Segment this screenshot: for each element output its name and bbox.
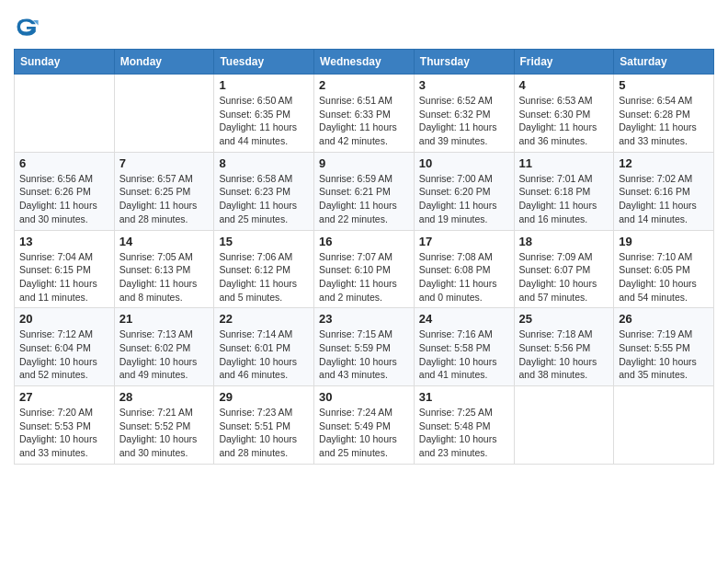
- day-info: Sunrise: 7:21 AMSunset: 5:52 PMDaylight:…: [119, 406, 210, 460]
- day-info: Sunrise: 7:12 AMSunset: 6:04 PMDaylight:…: [19, 327, 109, 382]
- calendar-cell: 13Sunrise: 7:04 AMSunset: 6:15 PMDayligh…: [15, 230, 115, 308]
- calendar-cell: 3Sunrise: 6:52 AMSunset: 6:32 PMDaylight…: [414, 75, 514, 153]
- day-info: Sunrise: 7:18 AMSunset: 5:56 PMDaylight:…: [519, 327, 609, 382]
- day-number: 24: [419, 312, 509, 326]
- day-info: Sunrise: 7:14 AMSunset: 6:01 PMDaylight:…: [219, 327, 309, 382]
- day-number: 2: [319, 78, 409, 92]
- day-number: 5: [619, 78, 709, 92]
- calendar-cell: 6Sunrise: 6:56 AMSunset: 6:26 PMDaylight…: [15, 152, 115, 230]
- calendar-cell: 22Sunrise: 7:14 AMSunset: 6:01 PMDayligh…: [214, 308, 314, 386]
- day-info: Sunrise: 6:57 AMSunset: 6:25 PMDaylight:…: [119, 172, 210, 226]
- day-info: Sunrise: 7:24 AMSunset: 5:49 PMDaylight:…: [319, 406, 409, 460]
- day-number: 27: [19, 390, 109, 404]
- calendar-week-row: 1Sunrise: 6:50 AMSunset: 6:35 PMDaylight…: [15, 75, 714, 153]
- day-info: Sunrise: 6:53 AMSunset: 6:30 PMDaylight:…: [519, 94, 609, 148]
- calendar-cell: 28Sunrise: 7:21 AMSunset: 5:52 PMDayligh…: [114, 386, 214, 465]
- page-header: [14, 14, 714, 40]
- calendar-cell: 23Sunrise: 7:15 AMSunset: 5:59 PMDayligh…: [314, 308, 415, 386]
- day-number: 12: [619, 156, 709, 170]
- day-number: 21: [119, 312, 210, 326]
- day-info: Sunrise: 7:04 AMSunset: 6:15 PMDaylight:…: [19, 250, 109, 304]
- calendar-cell: 18Sunrise: 7:09 AMSunset: 6:07 PMDayligh…: [514, 230, 614, 308]
- calendar-day-header: Wednesday: [314, 50, 415, 75]
- calendar-day-header: Sunday: [15, 50, 115, 75]
- calendar-week-row: 27Sunrise: 7:20 AMSunset: 5:53 PMDayligh…: [15, 386, 714, 465]
- day-info: Sunrise: 6:58 AMSunset: 6:23 PMDaylight:…: [219, 172, 309, 226]
- calendar-day-header: Thursday: [414, 50, 514, 75]
- day-info: Sunrise: 6:59 AMSunset: 6:21 PMDaylight:…: [319, 172, 409, 226]
- day-info: Sunrise: 7:09 AMSunset: 6:07 PMDaylight:…: [519, 250, 609, 304]
- calendar-cell: [114, 75, 214, 153]
- calendar-cell: 29Sunrise: 7:23 AMSunset: 5:51 PMDayligh…: [214, 386, 314, 465]
- logo-icon: [14, 14, 40, 40]
- day-number: 1: [219, 78, 309, 92]
- day-number: 30: [319, 390, 409, 404]
- day-number: 10: [419, 156, 509, 170]
- calendar-cell: 9Sunrise: 6:59 AMSunset: 6:21 PMDaylight…: [314, 152, 415, 230]
- day-number: 3: [419, 78, 509, 92]
- calendar-week-row: 13Sunrise: 7:04 AMSunset: 6:15 PMDayligh…: [15, 230, 714, 308]
- calendar-day-header: Tuesday: [214, 50, 314, 75]
- day-number: 22: [219, 312, 309, 326]
- day-info: Sunrise: 7:00 AMSunset: 6:20 PMDaylight:…: [419, 172, 509, 226]
- day-info: Sunrise: 6:52 AMSunset: 6:32 PMDaylight:…: [419, 94, 509, 148]
- day-number: 15: [219, 235, 309, 248]
- calendar-header-row: SundayMondayTuesdayWednesdayThursdayFrid…: [15, 50, 714, 75]
- day-number: 26: [619, 312, 709, 326]
- day-number: 8: [219, 156, 309, 170]
- day-number: 18: [519, 235, 609, 248]
- calendar-cell: 5Sunrise: 6:54 AMSunset: 6:28 PMDaylight…: [614, 75, 714, 153]
- calendar-cell: 7Sunrise: 6:57 AMSunset: 6:25 PMDaylight…: [114, 152, 214, 230]
- calendar-cell: 16Sunrise: 7:07 AMSunset: 6:10 PMDayligh…: [314, 230, 415, 308]
- day-number: 13: [19, 235, 109, 248]
- day-info: Sunrise: 7:07 AMSunset: 6:10 PMDaylight:…: [319, 250, 409, 304]
- calendar-cell: 24Sunrise: 7:16 AMSunset: 5:58 PMDayligh…: [414, 308, 514, 386]
- day-info: Sunrise: 7:08 AMSunset: 6:08 PMDaylight:…: [419, 250, 509, 304]
- calendar-cell: 20Sunrise: 7:12 AMSunset: 6:04 PMDayligh…: [15, 308, 115, 386]
- day-number: 20: [19, 312, 109, 326]
- calendar-cell: [514, 386, 614, 465]
- day-number: 19: [619, 235, 709, 248]
- calendar-cell: 19Sunrise: 7:10 AMSunset: 6:05 PMDayligh…: [614, 230, 714, 308]
- calendar-week-row: 6Sunrise: 6:56 AMSunset: 6:26 PMDaylight…: [15, 152, 714, 230]
- calendar-cell: 4Sunrise: 6:53 AMSunset: 6:30 PMDaylight…: [514, 75, 614, 153]
- calendar-cell: 25Sunrise: 7:18 AMSunset: 5:56 PMDayligh…: [514, 308, 614, 386]
- calendar-cell: 8Sunrise: 6:58 AMSunset: 6:23 PMDaylight…: [214, 152, 314, 230]
- day-number: 7: [119, 156, 210, 170]
- day-info: Sunrise: 7:02 AMSunset: 6:16 PMDaylight:…: [619, 172, 709, 226]
- day-number: 31: [419, 390, 509, 404]
- calendar-day-header: Monday: [114, 50, 214, 75]
- day-number: 4: [519, 78, 609, 92]
- day-info: Sunrise: 7:13 AMSunset: 6:02 PMDaylight:…: [119, 327, 210, 382]
- day-info: Sunrise: 7:16 AMSunset: 5:58 PMDaylight:…: [419, 327, 509, 382]
- calendar-cell: 10Sunrise: 7:00 AMSunset: 6:20 PMDayligh…: [414, 152, 514, 230]
- day-info: Sunrise: 7:06 AMSunset: 6:12 PMDaylight:…: [219, 250, 309, 304]
- calendar-cell: 31Sunrise: 7:25 AMSunset: 5:48 PMDayligh…: [414, 386, 514, 465]
- calendar-cell: 30Sunrise: 7:24 AMSunset: 5:49 PMDayligh…: [314, 386, 415, 465]
- day-info: Sunrise: 7:01 AMSunset: 6:18 PMDaylight:…: [519, 172, 609, 226]
- day-number: 14: [119, 235, 210, 248]
- day-info: Sunrise: 6:56 AMSunset: 6:26 PMDaylight:…: [19, 172, 109, 226]
- calendar-cell: 2Sunrise: 6:51 AMSunset: 6:33 PMDaylight…: [314, 75, 415, 153]
- day-info: Sunrise: 7:15 AMSunset: 5:59 PMDaylight:…: [319, 327, 409, 382]
- day-info: Sunrise: 6:51 AMSunset: 6:33 PMDaylight:…: [319, 94, 409, 148]
- logo: [14, 14, 43, 40]
- day-info: Sunrise: 7:23 AMSunset: 5:51 PMDaylight:…: [219, 406, 309, 460]
- day-info: Sunrise: 7:25 AMSunset: 5:48 PMDaylight:…: [419, 406, 509, 460]
- day-number: 6: [19, 156, 109, 170]
- calendar-cell: 11Sunrise: 7:01 AMSunset: 6:18 PMDayligh…: [514, 152, 614, 230]
- calendar-cell: [614, 386, 714, 465]
- calendar-day-header: Saturday: [614, 50, 714, 75]
- day-number: 29: [219, 390, 309, 404]
- calendar-cell: 15Sunrise: 7:06 AMSunset: 6:12 PMDayligh…: [214, 230, 314, 308]
- calendar: SundayMondayTuesdayWednesdayThursdayFrid…: [14, 49, 714, 465]
- day-info: Sunrise: 7:20 AMSunset: 5:53 PMDaylight:…: [19, 406, 109, 460]
- day-info: Sunrise: 7:05 AMSunset: 6:13 PMDaylight:…: [119, 250, 210, 304]
- calendar-cell: 27Sunrise: 7:20 AMSunset: 5:53 PMDayligh…: [15, 386, 115, 465]
- calendar-day-header: Friday: [514, 50, 614, 75]
- day-info: Sunrise: 6:54 AMSunset: 6:28 PMDaylight:…: [619, 94, 709, 148]
- day-info: Sunrise: 6:50 AMSunset: 6:35 PMDaylight:…: [219, 94, 309, 148]
- calendar-body: 1Sunrise: 6:50 AMSunset: 6:35 PMDaylight…: [15, 75, 714, 465]
- calendar-week-row: 20Sunrise: 7:12 AMSunset: 6:04 PMDayligh…: [15, 308, 714, 386]
- day-number: 28: [119, 390, 210, 404]
